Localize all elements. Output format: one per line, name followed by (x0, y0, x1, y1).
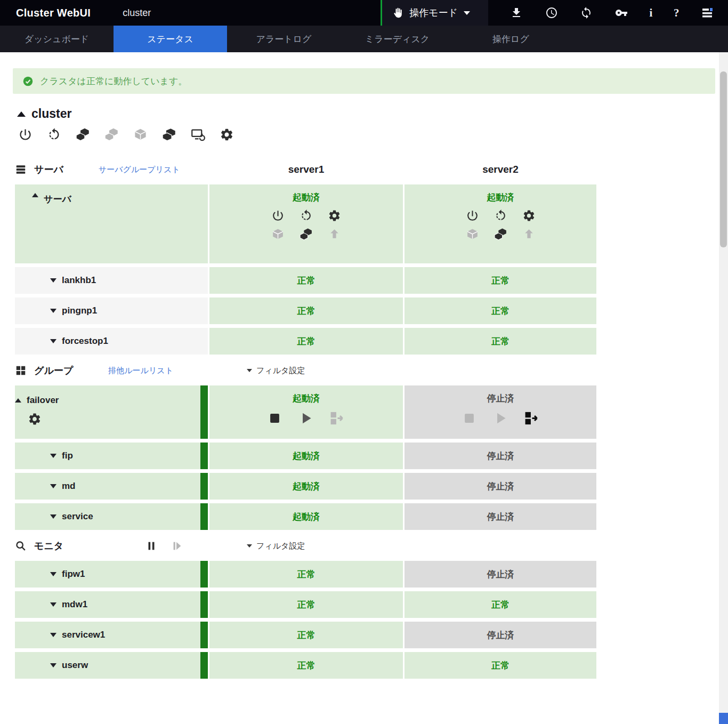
failover-server1-cell: 起動済 (209, 385, 403, 439)
server-group-list-link[interactable]: サーバグループリスト (99, 165, 180, 175)
status-cell: 正常 (209, 591, 403, 618)
row-label: fipw1 (62, 569, 85, 580)
tab-mirror-disk[interactable]: ミラーディスク (341, 26, 454, 52)
row-failover[interactable]: failover (15, 385, 208, 439)
cluster-title[interactable]: cluster (17, 107, 728, 121)
mirror-screen-icon[interactable] (191, 127, 205, 142)
power-icon[interactable] (271, 209, 285, 222)
row-md[interactable]: md (15, 473, 208, 500)
status-cell: 停止済 (405, 503, 596, 530)
move-group-icon[interactable] (271, 228, 285, 241)
download-icon[interactable] (509, 6, 523, 20)
group-accent-bar (200, 591, 208, 618)
filter-label: フィルタ設定 (256, 366, 305, 376)
server2-column-header: server2 (405, 164, 596, 175)
row-label: fip (62, 451, 73, 461)
start-all-groups-icon[interactable] (76, 127, 90, 142)
info-icon[interactable]: i (649, 6, 652, 20)
row-fip[interactable]: fip (15, 443, 208, 469)
recover-icon[interactable] (522, 228, 536, 241)
row-servicew1[interactable]: servicew1 (15, 622, 208, 648)
start-groups-icon[interactable] (300, 228, 313, 241)
power-icon[interactable] (18, 127, 33, 142)
tab-alert-log[interactable]: アラートログ (227, 26, 341, 52)
row-lankhb1[interactable]: lankhb1 (15, 267, 208, 294)
recover-icon[interactable] (328, 228, 341, 241)
tabbar: ダッシュボード ステータス アラートログ ミラーディスク 操作ログ (0, 26, 728, 52)
monitors-section-title: モニタ (34, 540, 63, 552)
groups-filter-toggle[interactable]: フィルタ設定 (247, 366, 403, 376)
servers-table: サーバ 起動済 起動済 (15, 184, 728, 355)
group-icon (15, 365, 27, 376)
row-pingnp1[interactable]: pingnp1 (15, 297, 208, 324)
collapse-icon (32, 193, 38, 197)
key-icon[interactable] (614, 6, 628, 20)
scrollbar-thumb[interactable] (720, 71, 727, 247)
failover-move-icon[interactable] (524, 410, 540, 427)
cluster-title-label: cluster (31, 107, 71, 121)
status-cell: 正常 (209, 328, 403, 355)
move-group-icon[interactable] (466, 228, 479, 241)
menu-icon[interactable] (700, 6, 714, 20)
exclusion-rule-list-link[interactable]: 排他ルールリスト (108, 366, 173, 376)
server1-column-header: server1 (209, 164, 403, 175)
restart-icon[interactable] (300, 209, 313, 222)
resume-monitors-icon[interactable] (171, 540, 183, 552)
stop-group-icon[interactable] (266, 410, 283, 427)
status-text: 起動済 (293, 392, 320, 405)
restart-icon[interactable] (47, 127, 61, 142)
move-group-icon[interactable] (133, 127, 148, 142)
row-forcestop1[interactable]: forcestop1 (15, 328, 208, 355)
start-groups-icon[interactable] (494, 228, 507, 241)
status-cell: 正常 (209, 297, 403, 324)
start-group-icon[interactable] (298, 410, 314, 427)
topbar: Cluster WebUI cluster 操作モード i ? (0, 0, 728, 26)
status-cell: 正常 (405, 267, 596, 294)
servers-section-header: サーバ サーバグループリスト server1 server2 (15, 155, 728, 184)
status-cell: 正常 (209, 561, 403, 588)
server-summary-row-label[interactable]: サーバ (15, 184, 208, 263)
help-icon[interactable]: ? (674, 6, 680, 20)
pause-monitors-icon[interactable] (145, 540, 157, 552)
row-label: md (62, 481, 76, 492)
vertical-scrollbar[interactable] (719, 52, 728, 724)
start-group-icon[interactable] (492, 410, 509, 427)
tab-operation-log[interactable]: 操作ログ (454, 26, 568, 52)
chevron-down-icon (247, 544, 252, 548)
server2-summary-cell: 起動済 (405, 184, 596, 263)
row-label: failover (27, 395, 59, 406)
row-fipw1[interactable]: fipw1 (15, 561, 208, 588)
failover-move-icon[interactable] (329, 410, 346, 427)
groups-section-header: グループ 排他ルールリスト フィルタ設定 (15, 356, 728, 385)
status-cell: 起動済 (209, 503, 403, 530)
refresh-icon[interactable] (579, 6, 593, 20)
cluster-actions (18, 127, 728, 142)
stop-all-groups-icon[interactable] (104, 127, 119, 142)
clock-icon[interactable] (545, 6, 559, 20)
row-label: forcestop1 (62, 336, 108, 347)
expand-icon (50, 572, 56, 576)
power-icon[interactable] (466, 209, 479, 222)
expand-icon (50, 278, 56, 283)
row-userw[interactable]: userw (15, 652, 208, 679)
resume-all-groups-icon[interactable] (162, 127, 176, 142)
row-label: service (62, 511, 93, 522)
tab-status[interactable]: ステータス (114, 26, 227, 52)
row-service[interactable]: service (15, 503, 208, 530)
banner-message: クラスタは正常に動作しています。 (40, 75, 187, 87)
gear-icon[interactable] (328, 209, 341, 222)
cluster-health-banner: クラスタは正常に動作しています。 (13, 68, 715, 94)
operation-mode-dropdown[interactable]: 操作モード (381, 0, 488, 26)
expand-icon (50, 339, 56, 343)
status-cell: 正常 (405, 297, 596, 324)
monitors-filter-toggle[interactable]: フィルタ設定 (247, 541, 403, 551)
tab-dashboard[interactable]: ダッシュボード (0, 26, 114, 52)
row-mdw1[interactable]: mdw1 (15, 591, 208, 618)
restart-icon[interactable] (494, 209, 507, 222)
status-cell: 起動済 (209, 473, 403, 500)
stop-group-icon[interactable] (461, 410, 478, 427)
caret-down-icon (464, 11, 470, 15)
gear-icon[interactable] (220, 127, 234, 142)
gear-icon[interactable] (28, 412, 42, 426)
gear-icon[interactable] (522, 209, 536, 222)
